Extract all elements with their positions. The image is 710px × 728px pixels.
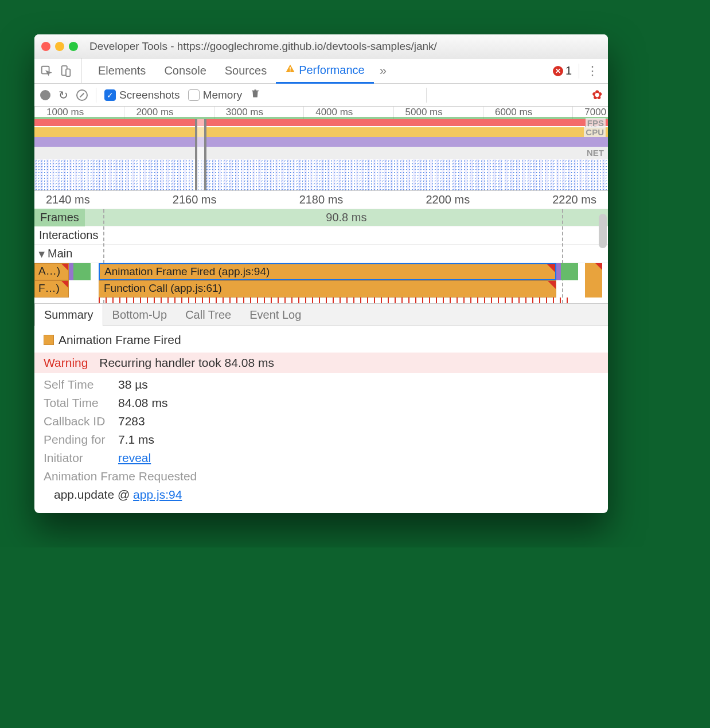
minimize-button[interactable] (55, 42, 64, 51)
interactions-track[interactable]: Interactions (34, 226, 608, 245)
screenshots-checkbox[interactable]: ✓Screenshots (104, 89, 180, 101)
flame-event-script[interactable] (585, 280, 602, 298)
titlebar: Developer Tools - https://googlechrome.g… (34, 34, 608, 58)
overview-pane[interactable]: 1000 ms 2000 ms 3000 ms 4000 ms 5000 ms … (34, 107, 608, 191)
frame-duration: 90.8 ms (85, 211, 608, 224)
flame-event-truncated[interactable]: A…) (34, 263, 69, 280)
flame-event-animation-frame[interactable]: Animation Frame Fired (app.js:94) (99, 263, 556, 280)
overview-selection-handle[interactable] (195, 119, 206, 190)
fps-lane (34, 119, 608, 126)
filmstrip (34, 159, 608, 190)
svg-rect-4 (290, 71, 291, 72)
flame-chart-area[interactable]: Frames 90.8 ms Interactions ▶Main A…) An… (34, 209, 608, 303)
tab-console[interactable]: Console (155, 58, 215, 83)
warning-text: Recurring handler took 84.08 ms (99, 356, 274, 369)
main-track-header[interactable]: ▶Main (34, 245, 608, 263)
gc-button[interactable] (250, 88, 260, 102)
flame-event-function-call[interactable]: Function Call (app.js:61) (99, 280, 556, 298)
flame-event-layout[interactable] (69, 263, 73, 280)
error-icon: ✕ (553, 66, 563, 76)
performance-toolbar: ↻ ✓Screenshots Memory ✿ (34, 84, 608, 107)
detail-ruler: 2140 ms 2160 ms 2180 ms 2200 ms 2220 ms (34, 191, 608, 209)
more-tabs-button[interactable]: » (374, 64, 392, 79)
tab-call-tree[interactable]: Call Tree (176, 304, 240, 326)
device-toggle-icon[interactable] (58, 64, 73, 79)
net-lane (34, 147, 608, 159)
tab-summary[interactable]: Summary (34, 304, 103, 326)
flame-detail-marks (99, 298, 574, 303)
fps-label: FPS (586, 118, 606, 128)
settings-icon[interactable]: ✿ (592, 88, 602, 103)
error-badge[interactable]: ✕ 1 (553, 64, 572, 77)
cpu-lane (34, 127, 608, 147)
total-time-value: 84.08 ms (118, 396, 167, 410)
stack-trace: app.update @ app.js:94 (44, 488, 599, 502)
divider (426, 88, 427, 103)
devtools-window: Developer Tools - https://googlechrome.g… (34, 34, 608, 513)
reload-record-button[interactable]: ↻ (58, 88, 68, 102)
tab-sources[interactable]: Sources (216, 58, 276, 83)
tab-event-log[interactable]: Event Log (240, 304, 310, 326)
cpu-label: CPU (584, 127, 606, 137)
callback-id-value: 7283 (118, 414, 145, 428)
window-controls (41, 42, 78, 51)
net-label: NET (585, 148, 606, 158)
svg-rect-3 (290, 67, 291, 70)
inspect-icon[interactable] (39, 64, 54, 79)
frames-track[interactable]: Frames 90.8 ms (34, 209, 608, 226)
divider (579, 64, 579, 79)
flame-row-1: A…) Animation Frame Fired (app.js:94) (34, 263, 608, 280)
flame-event-script[interactable] (585, 263, 602, 280)
record-button[interactable] (40, 90, 50, 100)
close-button[interactable] (41, 42, 50, 51)
divider (96, 88, 96, 103)
zoom-button[interactable] (69, 42, 78, 51)
summary-tabs: Summary Bottom-Up Call Tree Event Log (34, 303, 608, 326)
event-title: Animation Frame Fired (58, 333, 181, 347)
pending-value: 7.1 ms (118, 433, 154, 447)
flame-event-paint[interactable] (561, 263, 578, 280)
kebab-menu-icon[interactable]: ⋮ (586, 64, 599, 79)
summary-panel: Animation Frame Fired Warning Recurring … (34, 326, 608, 513)
reveal-link[interactable]: reveal (118, 451, 151, 464)
tab-bottom-up[interactable]: Bottom-Up (103, 304, 177, 326)
checkbox-icon (188, 89, 200, 101)
window-title: Developer Tools - https://googlechrome.g… (89, 40, 437, 53)
tab-performance[interactable]: Performance (276, 59, 374, 84)
warning-row: Warning Recurring handler took 84.08 ms (34, 353, 608, 373)
tab-elements[interactable]: Elements (89, 58, 155, 83)
flame-row-2: F…) Function Call (app.js:61) (34, 280, 608, 298)
source-link[interactable]: app.js:94 (133, 488, 182, 501)
warning-icon (285, 64, 295, 77)
clear-button[interactable] (76, 89, 88, 101)
flame-event-paint[interactable] (73, 263, 91, 280)
flame-event-layout[interactable] (556, 263, 561, 280)
main-tabs: Elements Console Sources Performance » ✕… (34, 58, 608, 84)
animation-frame-requested-label: Animation Frame Requested (44, 469, 599, 483)
disclosure-icon[interactable]: ▶ (38, 252, 47, 258)
event-swatch (44, 335, 54, 345)
flame-event-truncated[interactable]: F…) (34, 280, 69, 298)
warning-label: Warning (44, 356, 88, 369)
self-time-value: 38 µs (118, 378, 148, 392)
svg-rect-2 (66, 69, 70, 76)
scrollbar-handle[interactable] (599, 214, 607, 248)
memory-checkbox[interactable]: Memory (188, 89, 243, 101)
checkbox-icon: ✓ (104, 89, 116, 101)
